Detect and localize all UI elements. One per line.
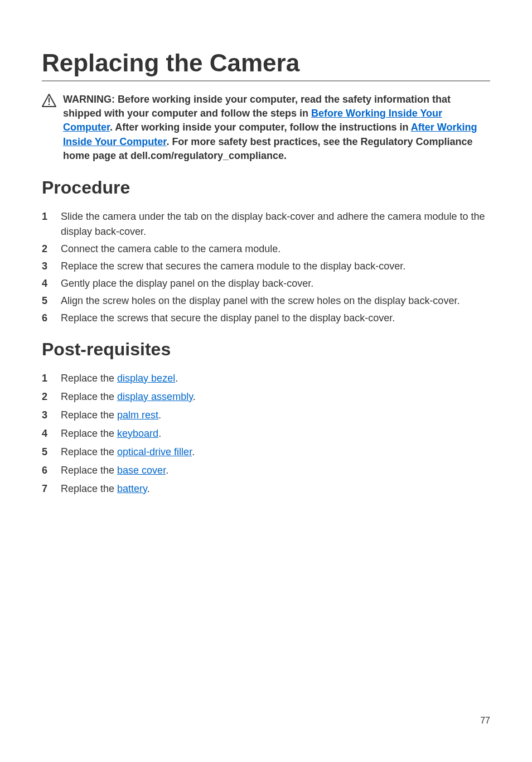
postreq-step: Replace the palm rest. — [42, 408, 490, 423]
postreq-link-keyboard[interactable]: keyboard — [117, 428, 158, 439]
warning-block: WARNING: Before working inside your comp… — [42, 93, 490, 163]
postreq-link-palm-rest[interactable]: palm rest — [117, 409, 158, 421]
postreq-step-text: Replace the display assembly. — [61, 389, 490, 404]
warning-icon — [42, 94, 56, 109]
procedure-heading: Procedure — [42, 177, 490, 198]
post-requisites-list: Replace the display bezel. Replace the d… — [42, 371, 490, 496]
postreq-link-base-cover[interactable]: base cover — [117, 465, 166, 476]
postreq-step: Replace the battery. — [42, 481, 490, 496]
postreq-link-display-assembly[interactable]: display assembly — [117, 391, 193, 402]
postreq-post: . — [158, 428, 161, 439]
procedure-step-text: Align the screw holes on the display pan… — [61, 293, 490, 308]
procedure-step-text: Gently place the display panel on the di… — [61, 276, 490, 291]
postreq-post: . — [166, 465, 168, 476]
postreq-link-battery[interactable]: battery — [117, 483, 147, 494]
procedure-list: Slide the camera under the tab on the di… — [42, 209, 490, 326]
postreq-pre: Replace the — [61, 428, 117, 439]
postreq-post: . — [193, 391, 196, 402]
postreq-pre: Replace the — [61, 391, 117, 402]
postreq-post: . — [192, 446, 195, 457]
procedure-step: Gently place the display panel on the di… — [42, 276, 490, 291]
warning-text: WARNING: Before working inside your comp… — [63, 93, 490, 163]
postreq-step: Replace the base cover. — [42, 463, 490, 478]
postreq-pre: Replace the — [61, 373, 117, 384]
svg-point-1 — [49, 104, 50, 105]
postreq-step: Replace the display bezel. — [42, 371, 490, 386]
procedure-step: Connect the camera cable to the camera m… — [42, 242, 490, 257]
postreq-step-text: Replace the optical-drive filler. — [61, 445, 490, 460]
procedure-step: Align the screw holes on the display pan… — [42, 293, 490, 308]
page-title: Replacing the Camera — [42, 49, 490, 81]
postreq-step-text: Replace the base cover. — [61, 463, 490, 478]
procedure-step: Replace the screws that secure the displ… — [42, 311, 490, 326]
postreq-pre: Replace the — [61, 483, 117, 494]
postreq-post: . — [175, 373, 178, 384]
postreq-post: . — [158, 409, 161, 421]
procedure-step: Slide the camera under the tab on the di… — [42, 209, 490, 239]
procedure-step: Replace the screw that secures the camer… — [42, 259, 490, 274]
postreq-link-display-bezel[interactable]: display bezel — [117, 373, 175, 384]
page-number: 77 — [480, 716, 490, 726]
warning-mid1: . After working inside your computer, fo… — [110, 122, 411, 133]
procedure-step-text: Replace the screw that secures the camer… — [61, 259, 490, 274]
procedure-step-text: Connect the camera cable to the camera m… — [61, 242, 490, 257]
postreq-step-text: Replace the battery. — [61, 481, 490, 496]
procedure-step-text: Slide the camera under the tab on the di… — [61, 209, 490, 239]
postreq-step-text: Replace the display bezel. — [61, 371, 490, 386]
postreq-pre: Replace the — [61, 446, 117, 457]
postreq-link-optical-drive-filler[interactable]: optical-drive filler — [117, 446, 192, 457]
post-requisites-heading: Post-requisites — [42, 339, 490, 360]
postreq-step: Replace the display assembly. — [42, 389, 490, 404]
postreq-post: . — [147, 483, 150, 494]
postreq-step: Replace the keyboard. — [42, 426, 490, 441]
postreq-pre: Replace the — [61, 409, 117, 421]
procedure-step-text: Replace the screws that secure the displ… — [61, 311, 490, 326]
postreq-step-text: Replace the palm rest. — [61, 408, 490, 423]
postreq-step-text: Replace the keyboard. — [61, 426, 490, 441]
postreq-step: Replace the optical-drive filler. — [42, 445, 490, 460]
postreq-pre: Replace the — [61, 465, 117, 476]
